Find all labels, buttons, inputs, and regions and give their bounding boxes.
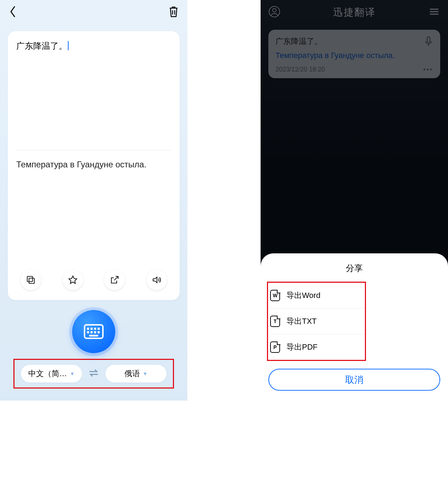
export-txt[interactable]: T 导出TXT bbox=[268, 309, 365, 334]
svg-rect-0 bbox=[29, 278, 34, 283]
action-row bbox=[16, 270, 171, 294]
chevron-down-icon: ▼ bbox=[143, 371, 148, 377]
svg-marker-3 bbox=[153, 277, 157, 283]
source-language-selector[interactable]: 中文（简… ▼ bbox=[21, 365, 82, 383]
export-options: W 导出Word T 导出TXT P 导出PDF bbox=[267, 282, 366, 361]
share-button[interactable] bbox=[104, 270, 125, 290]
svg-rect-12 bbox=[98, 331, 100, 333]
translate-card: 广东降温了。 Температура в Гуандуне остыла. bbox=[8, 31, 180, 300]
copy-button[interactable] bbox=[21, 270, 41, 290]
language-row: 中文（简… ▼ 俄语 ▼ bbox=[13, 359, 174, 389]
text-cursor bbox=[68, 41, 69, 50]
favorite-button[interactable] bbox=[63, 270, 83, 290]
cancel-button[interactable]: 取消 bbox=[268, 369, 440, 391]
target-language-selector[interactable]: 俄语 ▼ bbox=[105, 365, 167, 383]
svg-rect-7 bbox=[94, 328, 96, 330]
svg-rect-5 bbox=[87, 328, 89, 330]
speak-button[interactable] bbox=[146, 270, 167, 290]
left-header bbox=[0, 0, 187, 25]
keyboard-button[interactable] bbox=[72, 310, 115, 353]
sheet-title: 分享 bbox=[261, 263, 448, 274]
cancel-label: 取消 bbox=[345, 374, 363, 386]
card-divider bbox=[16, 150, 171, 150]
source-text: 广东降温了。 bbox=[16, 41, 67, 51]
source-text-area[interactable]: 广东降温了。 bbox=[16, 40, 171, 150]
txt-doc-icon: T bbox=[270, 316, 280, 327]
export-pdf[interactable]: P 导出PDF bbox=[268, 334, 365, 360]
svg-rect-10 bbox=[91, 331, 93, 333]
keyboard-button-wrapper bbox=[0, 310, 187, 353]
svg-rect-9 bbox=[87, 331, 89, 333]
target-text-area: Температура в Гуандуне остыла. bbox=[16, 160, 171, 270]
svg-marker-2 bbox=[69, 276, 77, 283]
export-word-label: 导出Word bbox=[286, 290, 320, 301]
chevron-down-icon: ▼ bbox=[70, 371, 75, 377]
export-word[interactable]: W 导出Word bbox=[268, 283, 365, 309]
back-icon[interactable] bbox=[8, 5, 18, 20]
svg-rect-6 bbox=[91, 328, 93, 330]
svg-rect-11 bbox=[94, 331, 96, 333]
source-language-label: 中文（简… bbox=[28, 368, 67, 379]
left-phone: 广东降温了。 Температура в Гуандуне остыла. bbox=[0, 0, 187, 401]
export-txt-label: 导出TXT bbox=[286, 316, 317, 327]
right-phone: 迅捷翻译 广东降温了。 Температура в Гуандуне остыл… bbox=[261, 0, 448, 401]
swap-languages-icon[interactable] bbox=[88, 369, 99, 378]
word-doc-icon: W bbox=[270, 290, 280, 301]
svg-rect-13 bbox=[89, 335, 98, 337]
pdf-doc-icon: P bbox=[270, 341, 280, 353]
target-language-label: 俄语 bbox=[124, 368, 140, 379]
share-sheet: 分享 W 导出Word T 导出TXT P 导出PDF 取消 bbox=[261, 253, 448, 401]
export-pdf-label: 导出PDF bbox=[286, 342, 318, 352]
svg-rect-8 bbox=[98, 328, 100, 330]
target-text: Температура в Гуандуне остыла. bbox=[16, 160, 146, 169]
trash-icon[interactable] bbox=[168, 6, 179, 19]
svg-rect-1 bbox=[27, 276, 33, 282]
